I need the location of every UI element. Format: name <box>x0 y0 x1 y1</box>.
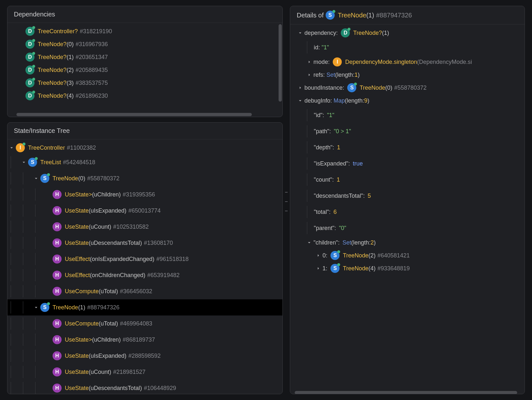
tree-row[interactable]: HUseState(uIsExpanded)#288598592 <box>7 348 282 364</box>
prop-val: "0" <box>339 225 346 232</box>
prop-key: "parent" <box>314 225 334 232</box>
s-badge-icon: S <box>330 264 340 273</box>
node-arg: (onChildrenChanged) <box>90 272 145 279</box>
node-hash: #319395356 <box>123 191 155 198</box>
prop-row[interactable]: 0: STreeNode(2)#640581421 <box>290 249 525 262</box>
tree-row[interactable]: HUseEffect(onIsExpandedChanged)#96151831… <box>7 251 282 267</box>
tree-row[interactable]: HUseState(uCount)#1025310582 <box>7 219 282 235</box>
tree-row[interactable]: STreeNode(0)#558780372 <box>7 170 282 186</box>
dep-hash: #261896230 <box>75 93 108 99</box>
prop-row[interactable]: "id": "1" <box>290 107 525 123</box>
prop-val: 6 <box>333 209 337 215</box>
prop-val: DependencyMode.singleton <box>345 59 417 65</box>
chevron-right-icon[interactable] <box>296 84 304 92</box>
prop-key: debugInfo: <box>304 97 332 104</box>
prop-row[interactable]: "descendantsTotal": 5 <box>290 188 525 204</box>
node-hash: #288598592 <box>128 353 161 359</box>
d-badge-icon: D <box>25 65 34 75</box>
dependency-row[interactable]: DTreeController?#318219190 <box>7 25 282 38</box>
state-tree-body[interactable]: ITreeController#11002382STreeList#542484… <box>7 139 282 394</box>
node-hash: #218981527 <box>113 369 145 375</box>
tree-row[interactable]: HUseState>(uChildren)#868189737 <box>7 332 282 348</box>
prop-val: true <box>353 160 363 167</box>
chevron-down-icon[interactable] <box>296 29 304 37</box>
prop-row[interactable]: id: "1" <box>290 39 525 55</box>
prop-row[interactable]: boundInstance: STreeNode(0)#558780372 <box>290 81 525 94</box>
prop-row[interactable]: "count": 1 <box>290 172 525 188</box>
prop-row[interactable]: debugInfo: Map(length: 9) <box>290 94 525 107</box>
hscrollbar-thumb[interactable] <box>16 113 252 116</box>
chevron-down-icon[interactable] <box>296 96 304 105</box>
prop-row[interactable]: dependency: DTreeNode?(1) <box>290 26 525 39</box>
chevron-right-icon[interactable] <box>314 251 322 260</box>
chevron-down-icon[interactable] <box>7 144 16 152</box>
dep-hash: #316967936 <box>75 41 108 48</box>
d-badge-icon: D <box>25 53 34 62</box>
prop-row[interactable]: "children": Set(length: 2) <box>290 236 525 249</box>
prop-row[interactable]: 1: STreeNode(4)#933648819 <box>290 262 525 275</box>
tree-row[interactable]: HUseState(uIsExpanded)#650013774 <box>7 203 282 219</box>
prop-row[interactable]: mode: IDependencyMode.singleton(Dependen… <box>290 55 525 68</box>
h-badge-icon: H <box>53 287 62 296</box>
node-arg: (uDescendantsTotal) <box>89 385 142 392</box>
prop-key: boundInstance: <box>304 85 344 91</box>
details-body[interactable]: dependency: DTreeNode?(1)id: "1"mode: ID… <box>290 25 525 394</box>
chevron-right-icon[interactable] <box>305 71 313 79</box>
d-badge-icon: D <box>25 40 34 49</box>
node-hash: #366456032 <box>120 288 152 295</box>
prop-val: 1 <box>337 176 340 183</box>
chevron-down-icon[interactable] <box>20 158 28 166</box>
node-hash: #868189737 <box>123 336 155 343</box>
h-badge-icon: H <box>53 222 62 231</box>
tree-row[interactable]: HUseCompute(uTotal)#366456032 <box>7 283 282 299</box>
tree-row[interactable]: STreeNode(1)#887947326 <box>7 299 282 315</box>
prop-row[interactable]: "path": "0 > 1" <box>290 123 525 139</box>
node-name: UseState <box>65 240 89 246</box>
node-name: UseState> <box>65 191 92 198</box>
prop-val: "1" <box>321 44 329 51</box>
tree-row[interactable]: ITreeController#11002382 <box>7 141 282 154</box>
prop-row[interactable]: "total": 6 <box>290 204 525 220</box>
chevron-down-icon[interactable] <box>305 238 313 247</box>
tree-row[interactable]: HUseCompute(uTotal)#469964083 <box>7 315 282 332</box>
tree-row[interactable]: HUseState>(uChildren)#319395356 <box>7 186 282 203</box>
prop-key: "children" <box>313 239 338 246</box>
dep-name: TreeController? <box>38 28 78 35</box>
h-badge-icon: H <box>53 384 62 393</box>
node-hash: #650013774 <box>128 207 161 214</box>
s-badge-icon: S <box>28 158 37 167</box>
scrollbar-thumb[interactable] <box>279 24 282 102</box>
prop-row[interactable]: "depth": 1 <box>290 139 525 155</box>
prop-row[interactable]: "parent": "0" <box>290 220 525 236</box>
tree-row[interactable]: HUseEffect(onChildrenChanged)#653919482 <box>7 267 282 283</box>
chevron-down-icon[interactable] <box>32 303 40 312</box>
prop-row[interactable]: refs: Set(length: 1) <box>290 68 525 81</box>
splitter-handle[interactable] <box>285 192 288 211</box>
tree-row[interactable]: HUseState(uDescendantsTotal)#106448929 <box>7 380 282 394</box>
dependency-row[interactable]: DTreeNode?(3)#383537575 <box>7 76 282 89</box>
state-tree-header: State/Instance Tree <box>7 123 282 139</box>
dependency-row[interactable]: DTreeNode?(1)#203651347 <box>7 51 282 64</box>
node-hash: #106448929 <box>144 385 176 392</box>
dependencies-header: Dependencies <box>7 6 282 23</box>
tree-row[interactable]: HUseState(uDescendantsTotal)#13608170 <box>7 235 282 251</box>
tree-row[interactable]: HUseState(uCount)#218981527 <box>7 364 282 380</box>
dependency-row[interactable]: DTreeNode?(0)#316967936 <box>7 38 282 51</box>
dep-hash: #383537575 <box>75 80 108 86</box>
dep-hash: #318219190 <box>80 28 112 35</box>
node-hash: #653919482 <box>147 272 180 279</box>
h-badge-icon: H <box>53 255 62 264</box>
tree-row[interactable]: STreeList#542484518 <box>7 154 282 170</box>
chevron-down-icon[interactable] <box>32 174 40 183</box>
dependency-row[interactable]: DTreeNode?(2)#205889435 <box>7 64 282 76</box>
chevron-right-icon[interactable] <box>305 58 313 66</box>
dep-name: TreeNode? <box>38 93 66 99</box>
prop-row[interactable]: "isExpanded": true <box>290 155 525 172</box>
hscrollbar-thumb[interactable] <box>295 391 517 394</box>
chevron-right-icon[interactable] <box>314 264 322 273</box>
dependency-row[interactable]: DTreeNode?(4)#261896230 <box>7 89 282 102</box>
node-name: UseState <box>65 385 89 392</box>
prop-val: 5 <box>368 193 371 199</box>
dependencies-body[interactable]: DTreeController?#318219190DTreeNode?(0)#… <box>7 23 282 117</box>
node-arg: (1) <box>78 304 85 311</box>
